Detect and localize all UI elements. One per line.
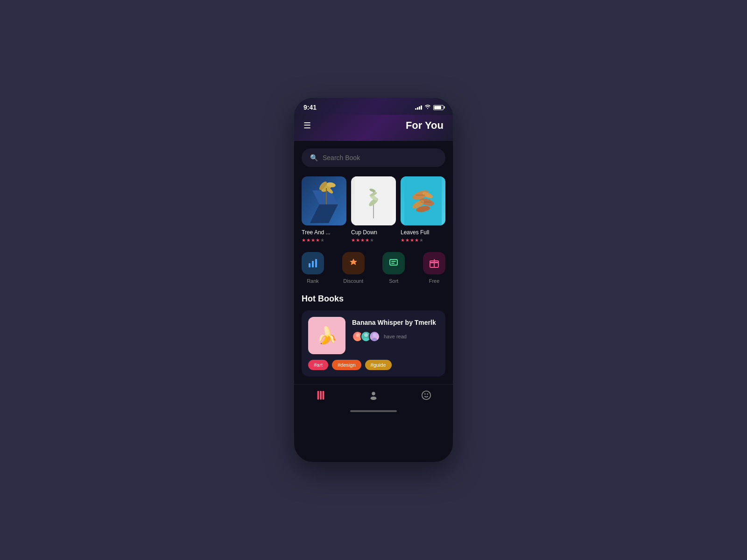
rank-label: Rank	[307, 278, 319, 284]
hot-book-cover: 🍌	[308, 317, 345, 354]
category-rank[interactable]: Rank	[302, 252, 324, 284]
svg-rect-37	[320, 391, 322, 399]
categories-row: Rank Discount Sort	[302, 252, 445, 284]
svg-marker-0	[310, 204, 338, 223]
hot-book-card[interactable]: 🍌 Banana Whisper by Tmerlk	[302, 310, 445, 377]
tag-guide[interactable]: #guide	[365, 360, 392, 370]
svg-rect-38	[322, 391, 324, 399]
main-content: 🔍 T	[294, 141, 453, 384]
hot-book-top: 🍌 Banana Whisper by Tmerlk	[308, 317, 439, 354]
hamburger-icon[interactable]: ☰	[303, 120, 311, 131]
nav-item-books[interactable]	[316, 390, 326, 403]
svg-point-41	[422, 391, 430, 399]
book-stars-leaves: ★ ★ ★ ★ ★	[401, 238, 445, 243]
nav-books-icon	[316, 390, 326, 403]
svg-rect-23	[315, 259, 317, 267]
signal-bars-icon	[415, 105, 422, 110]
search-icon: 🔍	[310, 154, 318, 161]
stem-white-illustration	[355, 176, 392, 225]
free-label: Free	[429, 278, 440, 284]
search-input[interactable]	[323, 154, 437, 161]
svg-marker-1	[312, 190, 338, 204]
bottom-nav	[294, 384, 453, 406]
hot-book-title: Banana Whisper by Tmerlk	[352, 319, 439, 326]
banana-icon: 🍌	[317, 326, 338, 345]
books-grid: Tree And ... ★ ★ ★ ★ ★	[302, 176, 445, 243]
sort-icon	[388, 258, 399, 269]
rank-icon-bg	[302, 252, 324, 274]
category-free[interactable]: Free	[423, 252, 445, 284]
sort-icon-bg	[382, 252, 405, 274]
svg-rect-22	[312, 261, 314, 267]
book-stars-tree: ★ ★ ★ ★ ★	[302, 238, 346, 243]
svg-point-35	[372, 338, 377, 341]
sort-label: Sort	[389, 278, 398, 284]
book-cover-tree	[302, 176, 346, 225]
nav-profile-icon	[421, 390, 431, 403]
book-title-tree: Tree And ...	[302, 229, 346, 236]
status-bar: 9:41	[294, 98, 453, 115]
book-cover-cup	[351, 176, 396, 225]
leaves-teal-illustration	[404, 176, 442, 225]
svg-point-33	[363, 338, 369, 341]
book-stars-cup: ★ ★ ★ ★ ★	[351, 238, 396, 243]
discount-icon-bg	[342, 252, 365, 274]
phone-frame: 9:41 ☰ For You 🔍	[294, 98, 453, 462]
svg-rect-25	[391, 261, 396, 262]
book-card-cup[interactable]: Cup Down ★ ★ ★ ★ ★	[351, 176, 396, 243]
category-sort[interactable]: Sort	[382, 252, 405, 284]
svg-point-40	[371, 397, 377, 400]
discount-icon	[348, 258, 359, 269]
reader-avatars	[352, 331, 377, 342]
book-cover-leaves	[401, 176, 445, 225]
reader-avatar-3	[369, 331, 380, 342]
plant-blue-illustration	[305, 176, 343, 225]
svg-rect-24	[390, 259, 397, 265]
category-discount[interactable]: Discount	[342, 252, 365, 284]
book-card-leaves[interactable]: Leaves Full ★ ★ ★ ★ ★	[401, 176, 445, 243]
nav-item-profile[interactable]	[421, 390, 431, 403]
nav-user-icon	[368, 390, 379, 403]
tag-design[interactable]: #design	[332, 360, 361, 370]
book-title-leaves: Leaves Full	[401, 229, 445, 236]
app-header: ☰ For You	[294, 115, 453, 141]
svg-rect-36	[317, 391, 319, 399]
svg-point-31	[355, 338, 360, 341]
search-bar[interactable]: 🔍	[302, 148, 445, 167]
book-card-tree[interactable]: Tree And ... ★ ★ ★ ★ ★	[302, 176, 346, 243]
status-time: 9:41	[303, 104, 317, 111]
page-title: For You	[406, 119, 444, 132]
svg-point-32	[364, 333, 368, 337]
discount-label: Discount	[343, 278, 363, 284]
rank-icon	[307, 258, 318, 269]
have-read-text: have read	[384, 334, 407, 339]
free-icon-bg	[423, 252, 445, 274]
book-title-cup: Cup Down	[351, 229, 396, 236]
tag-art[interactable]: #art	[308, 360, 328, 370]
battery-icon	[433, 105, 444, 110]
svg-point-34	[373, 333, 376, 337]
tags-row: #art #design #guide	[308, 360, 439, 370]
hot-book-info: Banana Whisper by Tmerlk	[352, 317, 439, 342]
svg-rect-21	[309, 263, 310, 267]
gift-icon	[429, 258, 440, 269]
readers-row: have read	[352, 331, 439, 342]
home-indicator	[294, 406, 453, 419]
svg-point-39	[372, 392, 375, 395]
svg-point-30	[356, 333, 359, 337]
status-icons	[415, 104, 444, 111]
home-bar	[350, 410, 397, 412]
wifi-icon	[424, 104, 431, 111]
nav-item-user[interactable]	[368, 390, 379, 403]
hot-books-title: Hot Books	[302, 294, 445, 304]
svg-rect-26	[391, 263, 395, 264]
